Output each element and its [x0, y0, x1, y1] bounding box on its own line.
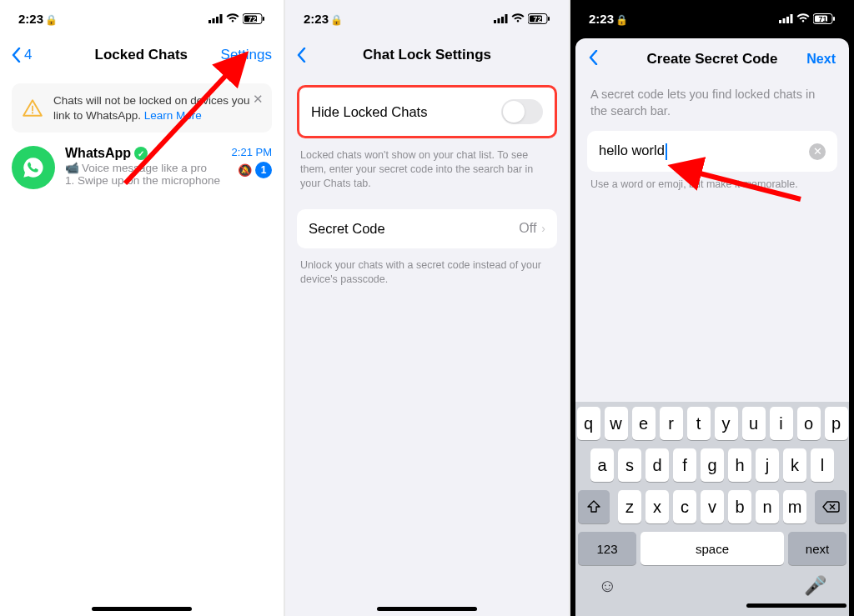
- status-time: 2:23🔒: [589, 12, 628, 26]
- chat-main: WhatsApp 📹Voice message like a pro 1. Sw…: [65, 146, 222, 187]
- svg-rect-15: [505, 14, 508, 23]
- svg-rect-22: [786, 17, 789, 23]
- key-n[interactable]: n: [756, 490, 779, 523]
- secret-code-row[interactable]: Secret Code Off›: [297, 209, 557, 248]
- space-key[interactable]: space: [640, 532, 784, 565]
- svg-rect-13: [498, 18, 500, 23]
- learn-more-link[interactable]: Learn More: [144, 109, 202, 122]
- secret-code-label: Secret Code: [309, 221, 385, 237]
- battery-icon: 72: [528, 13, 550, 24]
- key-s[interactable]: s: [618, 448, 641, 482]
- key-d[interactable]: d: [646, 448, 669, 482]
- battery-icon: 71: [813, 13, 836, 24]
- key-k[interactable]: k: [783, 448, 806, 482]
- page-title: Locked Chats: [62, 47, 221, 63]
- status-bar: 2:23🔒 71: [570, 0, 854, 37]
- key-y[interactable]: y: [715, 407, 738, 440]
- keyboard: qwertyuiop asdfghjkl zxcvbnm 123 space n…: [575, 402, 849, 616]
- secret-code-input-row[interactable]: hello world ✕: [587, 131, 837, 172]
- key-x[interactable]: x: [646, 490, 669, 523]
- settings-link[interactable]: Settings: [221, 47, 272, 63]
- key-h[interactable]: h: [728, 448, 751, 482]
- svg-rect-1: [213, 18, 215, 23]
- svg-rect-2: [216, 17, 219, 23]
- hide-locked-chats-row[interactable]: Hide Locked Chats: [297, 85, 557, 138]
- key-m[interactable]: m: [783, 490, 806, 523]
- secret-code-value: Off›: [519, 221, 545, 236]
- key-o[interactable]: o: [797, 407, 821, 440]
- nav-bar: 4 Locked Chats Settings: [0, 37, 284, 73]
- svg-rect-3: [220, 14, 223, 23]
- svg-rect-6: [263, 17, 264, 21]
- svg-rect-12: [494, 20, 496, 23]
- clear-icon[interactable]: ✕: [809, 143, 826, 160]
- key-q[interactable]: q: [577, 407, 600, 440]
- status-right: 72: [494, 13, 550, 24]
- key-z[interactable]: z: [618, 490, 641, 523]
- chat-name: WhatsApp: [65, 146, 148, 161]
- key-u[interactable]: u: [742, 407, 766, 440]
- chat-row[interactable]: WhatsApp 📹Voice message like a pro 1. Sw…: [0, 138, 284, 198]
- key-w[interactable]: w: [605, 407, 628, 440]
- key-i[interactable]: i: [770, 407, 793, 440]
- next-button[interactable]: Next: [794, 52, 836, 67]
- battery-icon: 72: [243, 13, 265, 24]
- key-a[interactable]: a: [590, 448, 614, 482]
- back-button[interactable]: [297, 48, 347, 63]
- backspace-key[interactable]: [815, 490, 846, 523]
- video-icon: 📹: [65, 161, 79, 174]
- phone-chat-lock-settings: 2:23🔒 72 Chat Lock Settings Hide Locked …: [285, 0, 569, 616]
- keyboard-next-key[interactable]: next: [788, 532, 846, 565]
- toggle-switch[interactable]: [501, 99, 543, 124]
- hide-locked-chats-label: Hide Locked Chats: [311, 104, 427, 120]
- back-button[interactable]: 4: [12, 47, 62, 63]
- status-time: 2:23🔒: [18, 12, 58, 26]
- home-indicator[interactable]: [92, 607, 192, 611]
- chevron-right-icon: ›: [541, 222, 545, 235]
- avatar: [12, 146, 55, 189]
- verified-badge-icon: [134, 147, 148, 160]
- home-indicator[interactable]: [377, 607, 477, 611]
- key-f[interactable]: f: [673, 448, 696, 482]
- key-e[interactable]: e: [632, 407, 656, 440]
- emoji-key[interactable]: ☺: [598, 575, 616, 597]
- chat-subtitle-1: 📹Voice message like a pro: [65, 161, 222, 174]
- status-bar: 2:23🔒 72: [0, 0, 284, 37]
- page-title: Chat Lock Settings: [347, 47, 507, 63]
- back-button[interactable]: [589, 50, 630, 68]
- phone-create-secret-code: 2:23🔒 71 Create Secret Code Next A secre…: [570, 0, 854, 616]
- key-j[interactable]: j: [756, 448, 779, 482]
- muted-icon: 🔕: [238, 163, 252, 177]
- info-banner: Chats will not be locked on devices you …: [12, 83, 272, 133]
- key-c[interactable]: c: [673, 490, 696, 523]
- secret-code-input[interactable]: hello world: [599, 143, 667, 160]
- key-b[interactable]: b: [728, 490, 751, 523]
- key-p[interactable]: p: [825, 407, 848, 440]
- mic-key[interactable]: 🎤: [804, 575, 826, 597]
- description: A secret code lets you find locked chats…: [575, 80, 849, 131]
- key-g[interactable]: g: [701, 448, 724, 482]
- chat-subtitle-2: 1. Swipe up on the microphone ic...: [65, 174, 222, 187]
- shift-key[interactable]: [578, 490, 610, 523]
- numbers-key[interactable]: 123: [578, 532, 636, 565]
- wifi-icon: [226, 13, 239, 23]
- key-t[interactable]: t: [687, 407, 711, 440]
- info-text: Chats will not be locked on devices you …: [53, 93, 262, 123]
- svg-rect-18: [548, 17, 550, 21]
- status-right: 72: [208, 13, 265, 24]
- key-r[interactable]: r: [660, 407, 683, 440]
- svg-rect-23: [791, 14, 793, 23]
- signal-icon: [208, 14, 223, 23]
- status-bar: 2:23🔒 72: [285, 0, 569, 37]
- svg-text:72: 72: [248, 14, 256, 23]
- status-time: 2:23🔒: [304, 12, 343, 26]
- key-v[interactable]: v: [701, 490, 724, 523]
- svg-point-9: [32, 112, 33, 113]
- signal-icon: [779, 14, 793, 23]
- status-right: 71: [779, 13, 836, 24]
- close-icon[interactable]: ✕: [253, 92, 264, 107]
- lock-icon: 🔒: [45, 14, 58, 26]
- warning-icon: [22, 98, 43, 119]
- key-l[interactable]: l: [811, 448, 834, 482]
- home-indicator[interactable]: [746, 603, 846, 608]
